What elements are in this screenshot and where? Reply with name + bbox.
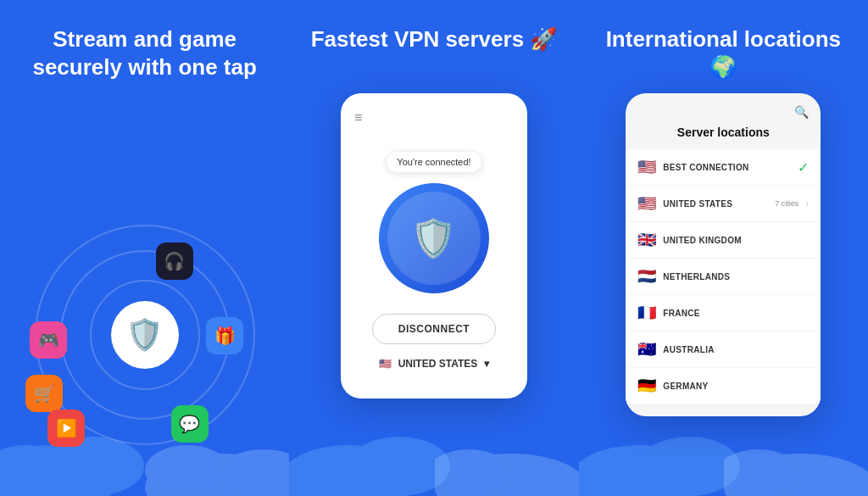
server-name-nl: NETHERLANDS — [663, 272, 809, 281]
shield-orbit-area: 🛡️ 🎮 🎧 🎁 🛒 ▶️ 💬 — [35, 225, 255, 445]
server-name-au: AUSTRALIA — [663, 345, 809, 354]
disconnect-button[interactable]: DISCONNECT — [372, 314, 496, 344]
server-item-nl[interactable]: 🇳🇱 NETHERLANDS — [626, 259, 821, 294]
location-flag: 🇺🇸 — [379, 358, 392, 370]
location-name: UNITED STATES — [398, 358, 478, 370]
server-name-us: UNITED STATES — [663, 199, 768, 209]
phone-mockup-vpn: ≡ You're connected! 🛡️ DISCONNECT 🇺🇸 UNI… — [341, 93, 527, 398]
server-cities-us: 7 cities — [775, 199, 798, 208]
svg-point-4 — [145, 445, 230, 496]
panel-vpn: Fastest VPN servers 🚀 ≡ You're connected… — [289, 0, 578, 496]
location-bar[interactable]: 🇺🇸 UNITED STATES ▾ — [354, 358, 514, 370]
app-icon-chat: 💬 — [171, 405, 209, 443]
search-icon[interactable]: 🔍 — [794, 105, 809, 119]
panel-stream: Stream and game securely with one tap 🛡️… — [0, 0, 289, 496]
vpn-shield-circle: 🛡️ — [379, 183, 489, 293]
server-name-best: BEST CONNECTION — [663, 163, 791, 172]
shield-center: 🛡️ — [111, 301, 179, 369]
shield-face: 🛡️ — [410, 216, 457, 260]
flag-best: 🇺🇸 — [637, 158, 656, 176]
flag-uk: 🇬🇧 — [637, 231, 656, 249]
server-item-uk[interactable]: 🇬🇧 UNITED KINGDOM — [626, 222, 821, 258]
server-list-title: Server locations — [626, 125, 821, 149]
connected-bubble: You're connected! — [386, 151, 481, 173]
app-icon-gift: 🎁 — [206, 317, 243, 354]
server-item-fr[interactable]: 🇫🇷 FRANCE — [626, 295, 821, 331]
server-list-header: 🔍 — [626, 105, 821, 125]
server-item-au[interactable]: 🇦🇺 AUSTRALIA — [626, 332, 821, 367]
server-name-uk: UNITED KINGDOM — [663, 236, 809, 245]
panel1-title: Stream and game securely with one tap — [0, 0, 289, 98]
flag-fr: 🇫🇷 — [637, 304, 656, 322]
server-item-best[interactable]: 🇺🇸 BEST CONNECTION ✓ — [626, 149, 821, 185]
panel-locations: International locations 🌍 🔍 Server locat… — [579, 0, 868, 496]
dropdown-arrow: ▾ — [484, 358, 489, 370]
app-icon-game: 🎮 — [30, 321, 67, 359]
chevron-us: › — [805, 198, 809, 209]
server-item-us[interactable]: 🇺🇸 UNITED STATES 7 cities › — [626, 186, 821, 221]
app-icon-youtube: ▶️ — [47, 410, 85, 447]
panel3-title: International locations 🌍 — [579, 0, 868, 98]
app-icon-cart: 🛒 — [25, 375, 63, 412]
app-icon-headphone: 🎧 — [156, 242, 193, 280]
panel2-title: Fastest VPN servers 🚀 — [289, 0, 578, 70]
flag-us: 🇺🇸 — [637, 194, 656, 213]
server-name-fr: FRANCE — [663, 309, 809, 318]
server-item-de[interactable]: 🇩🇪 GERMANY — [626, 368, 821, 404]
flag-au: 🇦🇺 — [637, 340, 656, 359]
server-name-de: GERMANY — [663, 382, 809, 391]
hamburger-icon: ≡ — [354, 110, 514, 125]
server-list-phone: 🔍 Server locations 🇺🇸 BEST CONNECTION ✓ … — [626, 93, 821, 416]
flag-de: 🇩🇪 — [637, 376, 656, 395]
flag-nl: 🇳🇱 — [637, 267, 656, 286]
selected-check: ✓ — [798, 159, 809, 176]
